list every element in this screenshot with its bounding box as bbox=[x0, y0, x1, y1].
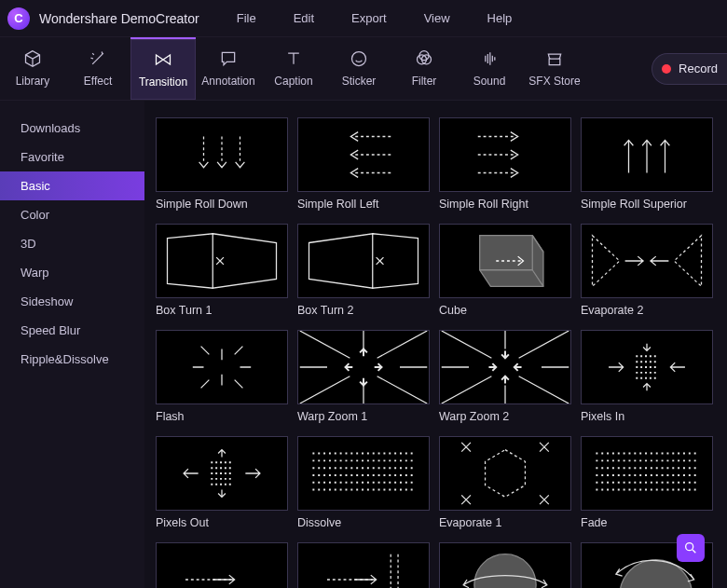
transition-card[interactable]: Warp Zoom 1 bbox=[297, 330, 430, 423]
wand-icon bbox=[89, 49, 107, 71]
transition-thumbnail bbox=[297, 224, 430, 298]
transition-label: Simple Roll Right bbox=[439, 198, 571, 211]
transition-card[interactable]: Cube bbox=[439, 224, 571, 317]
sidebar-item-sideshow[interactable]: Sideshow bbox=[0, 287, 144, 316]
transition-thumbnail bbox=[297, 542, 430, 588]
title-bar: C Wondershare DemoCreator File Edit Expo… bbox=[0, 0, 727, 37]
tool-transition[interactable]: Transition bbox=[130, 37, 196, 100]
transition-thumbnail bbox=[156, 330, 288, 404]
app-title: Wondershare DemoCreator bbox=[39, 11, 199, 26]
transition-label: Flash bbox=[156, 410, 288, 423]
transition-thumbnail bbox=[156, 436, 288, 511]
transition-thumbnail bbox=[297, 117, 430, 192]
transition-label: Cube bbox=[439, 304, 571, 317]
menu-bar: File Edit Export View Help bbox=[237, 11, 513, 25]
transition-label: Box Turn 2 bbox=[297, 304, 430, 317]
tool-filter[interactable]: Filter bbox=[391, 37, 457, 100]
transition-thumbnail bbox=[297, 330, 430, 404]
sidebar-item-speed-blur[interactable]: Speed Blur bbox=[0, 316, 144, 345]
transition-thumbnail bbox=[156, 117, 288, 192]
toolbar: Library Effect Transition Annotation Cap… bbox=[0, 37, 727, 101]
wave-icon bbox=[480, 49, 499, 71]
transition-label: Pixels Out bbox=[156, 516, 288, 529]
transition-label: Evaporate 1 bbox=[439, 516, 571, 529]
transition-card[interactable]: Simple Roll Down bbox=[156, 117, 288, 211]
tool-annotation[interactable]: Annotation bbox=[196, 37, 261, 100]
menu-view[interactable]: View bbox=[424, 11, 450, 25]
cube-icon bbox=[23, 49, 42, 71]
sidebar-item-basic[interactable]: Basic bbox=[0, 171, 144, 200]
menu-file[interactable]: File bbox=[237, 11, 256, 25]
transition-card[interactable]: Simple Roll Superior bbox=[581, 117, 713, 211]
transition-card[interactable]: Warp Zoom 2 bbox=[439, 330, 571, 423]
tool-sfx-store[interactable]: SFX Store bbox=[522, 37, 587, 100]
tool-sticker[interactable]: Sticker bbox=[326, 37, 391, 100]
transition-card[interactable]: Simple Roll Right bbox=[439, 117, 571, 211]
sidebar-item-3d[interactable]: 3D bbox=[0, 229, 144, 258]
transition-card[interactable]: Simple Roll Left bbox=[297, 117, 430, 211]
transition-label: Warp Zoom 2 bbox=[439, 410, 571, 423]
transition-thumbnail bbox=[581, 436, 713, 511]
tool-label: Annotation bbox=[201, 75, 254, 88]
transition-thumbnail bbox=[581, 224, 713, 298]
sidebar-item-ripple-dissolve[interactable]: Ripple&Dissolve bbox=[0, 345, 144, 374]
category-sidebar: Downloads Favorite Basic Color 3D Warp S… bbox=[0, 101, 144, 588]
tool-effect[interactable]: Effect bbox=[65, 37, 130, 100]
menu-help[interactable]: Help bbox=[487, 11, 513, 25]
comment-icon bbox=[219, 49, 238, 71]
transition-label: Box Turn 1 bbox=[156, 304, 288, 317]
svg-point-4 bbox=[686, 543, 693, 551]
menu-edit[interactable]: Edit bbox=[294, 11, 314, 25]
tool-label: SFX Store bbox=[528, 75, 580, 88]
tool-label: Filter bbox=[412, 75, 437, 88]
transition-label: Dissolve bbox=[297, 516, 430, 529]
venn-icon bbox=[415, 49, 433, 71]
transition-card[interactable]: Pixels In bbox=[581, 330, 713, 423]
record-button[interactable]: Record bbox=[652, 53, 727, 85]
record-dot-icon bbox=[662, 64, 671, 74]
sidebar-item-color[interactable]: Color bbox=[0, 200, 144, 229]
transition-label: Simple Roll Left bbox=[297, 198, 430, 211]
transition-thumbnail bbox=[156, 224, 288, 298]
tool-label: Library bbox=[16, 75, 50, 88]
tool-label: Sound bbox=[473, 75, 506, 88]
transition-thumbnail bbox=[439, 436, 571, 511]
tool-library[interactable]: Library bbox=[0, 37, 65, 100]
transition-card[interactable]: Flash bbox=[156, 330, 288, 423]
menu-export[interactable]: Export bbox=[351, 11, 387, 25]
tool-caption[interactable]: Caption bbox=[261, 37, 326, 100]
transition-thumbnail bbox=[581, 117, 713, 192]
transition-thumbnail bbox=[439, 224, 571, 298]
transition-thumbnail bbox=[297, 436, 430, 511]
transition-label: Evaporate 2 bbox=[581, 304, 713, 317]
sidebar-item-favorite[interactable]: Favorite bbox=[0, 143, 144, 171]
tool-sound[interactable]: Sound bbox=[457, 37, 522, 100]
svg-point-0 bbox=[352, 52, 366, 66]
transition-thumbnail bbox=[439, 542, 571, 588]
transition-card[interactable]: Fade bbox=[581, 436, 713, 529]
tool-label: Effect bbox=[84, 75, 112, 88]
transition-thumbnail bbox=[439, 330, 571, 404]
transition-thumbnail bbox=[156, 542, 288, 588]
transition-card[interactable]: Box Turn 2 bbox=[297, 224, 430, 317]
transition-card[interactable]: Evaporate 2 bbox=[581, 224, 713, 317]
record-label: Record bbox=[679, 62, 718, 75]
transition-label: Pixels In bbox=[581, 410, 713, 423]
transition-card[interactable]: Evaporate 1 bbox=[439, 436, 571, 529]
transition-card[interactable]: Dissolve bbox=[297, 436, 430, 529]
transition-thumbnail bbox=[439, 117, 571, 192]
tool-label: Caption bbox=[274, 75, 312, 88]
transition-card[interactable]: Pixels Out bbox=[156, 436, 288, 529]
app-logo-icon: C bbox=[7, 7, 30, 30]
search-button[interactable] bbox=[677, 534, 705, 562]
transition-card[interactable] bbox=[439, 542, 571, 588]
transition-card[interactable] bbox=[297, 542, 430, 588]
transition-label: Warp Zoom 1 bbox=[297, 410, 430, 423]
transition-card[interactable]: Box Turn 1 bbox=[156, 224, 288, 317]
transition-card[interactable] bbox=[156, 542, 288, 588]
smile-icon bbox=[350, 49, 368, 71]
transition-thumbnail bbox=[581, 330, 713, 404]
transition-label: Simple Roll Superior bbox=[581, 198, 713, 211]
sidebar-item-downloads[interactable]: Downloads bbox=[0, 114, 144, 143]
sidebar-item-warp[interactable]: Warp bbox=[0, 258, 144, 287]
